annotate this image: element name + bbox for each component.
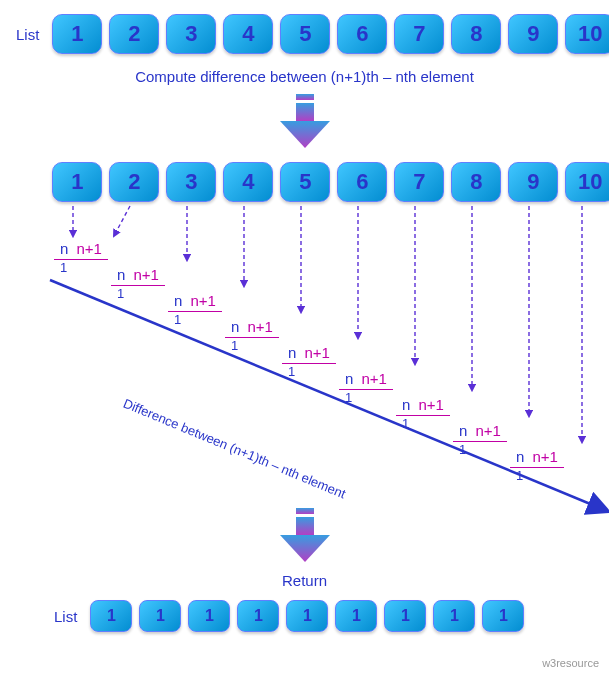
- pair-item: nn+11: [510, 448, 564, 483]
- list-item: 8: [451, 14, 501, 54]
- list-item: 9: [508, 14, 558, 54]
- diagram-container: List 1 2 3 4 5 6 7 8 9 10 L1 Compute dif…: [0, 0, 609, 675]
- pair-item: nn+11: [396, 396, 450, 431]
- list-item: 8: [451, 162, 501, 202]
- pair-item: nn+11: [111, 266, 165, 301]
- list-item: 1: [188, 600, 230, 632]
- list-item: 6: [337, 14, 387, 54]
- svg-rect-3: [296, 508, 314, 514]
- list-item: 4: [223, 14, 273, 54]
- mid-list-row: List 1 2 3 4 5 6 7 8 9 10: [16, 162, 609, 202]
- pair-item: nn+11: [282, 344, 336, 379]
- list-item: 1: [90, 600, 132, 632]
- list-item: 1: [482, 600, 524, 632]
- list-item: 5: [280, 162, 330, 202]
- list-item: 2: [109, 14, 159, 54]
- list-item: 5: [280, 14, 330, 54]
- list-item: 7: [394, 162, 444, 202]
- list-item: 1: [52, 162, 102, 202]
- pair-item: nn+11: [168, 292, 222, 327]
- pair-item: nn+11: [453, 422, 507, 457]
- caption-return: Return: [0, 572, 609, 589]
- list-item: 2: [109, 162, 159, 202]
- top-list-row: List 1 2 3 4 5 6 7 8 9 10 L1: [16, 14, 609, 54]
- result-list-row: List 1 1 1 1 1 1 1 1 1: [54, 600, 524, 632]
- list-item: 1: [384, 600, 426, 632]
- list-item: 1: [52, 14, 102, 54]
- list-item: 10: [565, 162, 609, 202]
- list-item: 1: [139, 600, 181, 632]
- pair-item: nn+11: [54, 240, 108, 275]
- svg-rect-4: [296, 517, 314, 535]
- svg-marker-5: [280, 535, 330, 562]
- list-item: 4: [223, 162, 273, 202]
- list-item: 3: [166, 162, 216, 202]
- list-item: 7: [394, 14, 444, 54]
- list-item: 1: [335, 600, 377, 632]
- svg-rect-0: [296, 94, 314, 100]
- list-item: 3: [166, 14, 216, 54]
- list-item: 10: [565, 14, 609, 54]
- list-item: 1: [433, 600, 475, 632]
- attribution-text: w3resource: [542, 657, 599, 669]
- list-label-top: List: [16, 26, 39, 43]
- list-item: 6: [337, 162, 387, 202]
- dashed-arrow: [115, 206, 130, 234]
- pair-item: nn+11: [339, 370, 393, 405]
- caption-compute: Compute difference between (n+1)th – nth…: [0, 68, 609, 85]
- svg-marker-2: [280, 121, 330, 148]
- list-item: 9: [508, 162, 558, 202]
- list-item: 1: [286, 600, 328, 632]
- arrow-down-icon: [270, 508, 340, 566]
- list-label-bottom: List: [54, 608, 77, 625]
- svg-rect-1: [296, 103, 314, 121]
- list-item: 1: [237, 600, 279, 632]
- arrow-down-icon: [270, 94, 340, 152]
- pair-item: nn+11: [225, 318, 279, 353]
